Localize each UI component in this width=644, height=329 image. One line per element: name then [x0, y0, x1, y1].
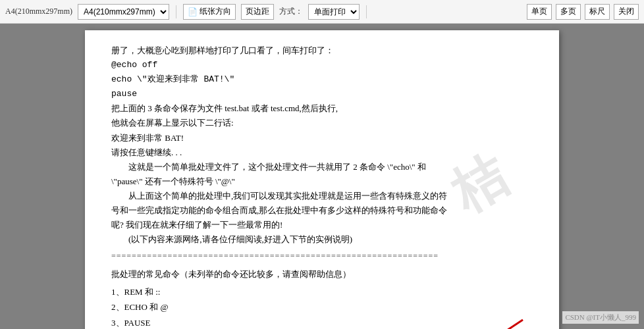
margin-label: 页边距	[246, 6, 269, 17]
paper-page: 桔 册了，大概意心吃到那样地打印了几口看了，间车打印了： @echo off e…	[85, 30, 559, 329]
margin-button[interactable]: 页边距	[241, 4, 274, 20]
orientation-button[interactable]: 📄 纸张方向	[183, 4, 236, 20]
multi-page-button[interactable]: 多页	[556, 4, 581, 20]
line-summary: 这就是一个简单批处理文件了，这个批处理文件一共就用了 2 条命令 \"echo\…	[111, 160, 533, 174]
list-item-2: 2、ECHO 和 @	[111, 299, 533, 315]
paper-size-select[interactable]: A4(210mmx297mm)	[78, 4, 169, 20]
separator2	[366, 5, 367, 18]
line-display: 他就会在屏幕上显示以下二行话:	[111, 116, 533, 130]
divider: ========================================…	[111, 249, 533, 263]
print-toolbar: A4(210mmx297mm) A4(210mmx297mm) 📄 纸张方向 页…	[0, 0, 644, 24]
line-echo-off: @echo off	[111, 58, 533, 72]
line-intro3: 呢? 我们现在就来仔细了解一下一些最常用的!	[111, 218, 533, 232]
line-note: (以下内容来源网络,请各位仔细阅读,好进入下节的实例说明)	[111, 232, 533, 247]
single-page-button[interactable]: 单页	[527, 4, 552, 20]
line-save: 把上面的 3 条命令保存为文件 test.bat 或者 test.cmd,然后执…	[111, 101, 533, 116]
svg-line-1	[480, 320, 523, 329]
line-pause: pause	[111, 87, 533, 101]
list-item-1: 1、REM 和 ::	[111, 284, 533, 299]
orientation-icon: 📄	[188, 7, 198, 16]
red-arrow-indicator	[460, 316, 526, 329]
separator	[176, 5, 176, 18]
line-1: 册了，大概意心吃到那样地打印了几口看了，间车打印了：	[111, 43, 533, 58]
ruler-button[interactable]: 标尺	[585, 4, 610, 20]
line-echo-cmd: echo \"欢迎来到非常 BAT!\"	[111, 72, 533, 87]
paper-size-label: A4(210mmx297mm)	[5, 7, 72, 16]
line-intro1: 从上面这个简单的批处理中,我们可以发现其实批处理就是运用一些含有特殊意义的符	[111, 189, 533, 203]
close-button[interactable]: 关闭	[614, 4, 639, 20]
page-area: 桔 册了，大概意心吃到那样地打印了几口看了，间车打印了： @echo off e…	[0, 24, 644, 329]
line-welcome: 欢迎来到非常 BAT!	[111, 131, 533, 145]
line-continue: 请按任意键继续. . .	[111, 145, 533, 160]
method-label: 方式：	[279, 6, 303, 17]
toolbar-right: 单页 多页 标尺 关闭	[527, 4, 639, 20]
section-header: 批处理的常见命令（未列举的命令还比较多，请查阅帮助信息）	[111, 267, 533, 282]
corner-logo: CSDN @IT小懒人_999	[562, 311, 639, 324]
line-pause-ref: \"pause\" 还有一个特殊符号 \"@\"	[111, 174, 533, 189]
line-intro2: 号和一些完成指定功能的命令组合而成,那么在批处理中有多少这样的特殊符号和功能命令	[111, 203, 533, 218]
document-content: 册了，大概意心吃到那样地打印了几口看了，间车打印了： @echo off ech…	[111, 43, 533, 329]
method-select[interactable]: 单面打印	[308, 4, 360, 20]
orientation-label: 纸张方向	[200, 6, 231, 17]
